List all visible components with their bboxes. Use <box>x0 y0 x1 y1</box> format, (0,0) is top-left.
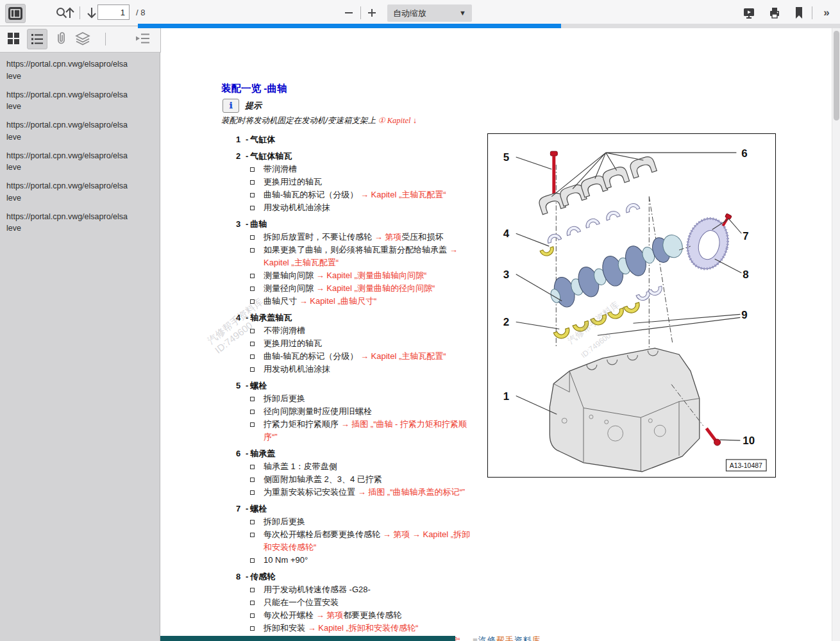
square-bullet-icon <box>250 274 255 278</box>
more-tools-button[interactable]: » <box>817 4 836 22</box>
page-title: 装配一览 -曲轴 <box>221 82 287 96</box>
presentation-icon <box>743 6 755 19</box>
note-chapter-link[interactable]: ① Kapitel ↓ <box>378 116 417 125</box>
outline-list: https://portal.cpn.vwg/elsapro/elsa leve… <box>0 58 160 235</box>
engine-block <box>550 348 699 472</box>
chevron-down-icon: ▼ <box>459 9 466 17</box>
legend-text: 每次松开螺栓 <box>264 610 316 620</box>
square-bullet-icon <box>250 299 255 304</box>
sidebar-toolbar <box>0 26 161 53</box>
legend-text: 测量轴向间隙 <box>264 271 316 280</box>
bookmark-button[interactable] <box>790 4 808 22</box>
page-number-input[interactable] <box>97 4 130 20</box>
layers-view-button[interactable] <box>73 29 92 48</box>
legend-text: 拆卸后更换 <box>264 394 305 403</box>
legend-item-header: 7-螺栓 <box>236 503 475 515</box>
previous-page-button[interactable] <box>60 4 80 22</box>
legend-sub-item: 曲轴-轴瓦的标记（分级） → Kapitel „主轴瓦配置“ <box>236 188 475 201</box>
svg-text:3: 3 <box>503 269 509 281</box>
upper-bearing-shells <box>540 202 640 258</box>
note-label: 提示 <box>245 100 262 112</box>
zoom-select-value: 自动缩放 <box>393 8 426 19</box>
legend-sub-item: 更换用过的轴瓦 <box>236 337 475 350</box>
toolbar-separator <box>812 6 812 19</box>
cross-reference-link[interactable]: → Kapitel „主轴瓦配置“ <box>360 190 446 199</box>
zoom-select-dropdown[interactable]: 自动缩放 ▼ <box>387 4 472 22</box>
legend-sub-item: 拆卸后更换 <box>236 392 475 405</box>
thumbnails-view-button[interactable] <box>4 29 23 48</box>
cross-reference-link[interactable]: → 第项 <box>374 232 402 242</box>
legend-text: 如果更换了曲轴，则必须将轴瓦重新分配给轴承盖 <box>264 245 449 254</box>
legend-sub-item: 拆卸后放置时，不要让传感轮 → 第项受压和损坏 <box>236 231 475 244</box>
svg-text:5: 5 <box>503 151 509 163</box>
zoom-in-button[interactable] <box>363 4 381 22</box>
square-bullet-icon <box>250 397 255 401</box>
legend-text: 10 Nm +90° <box>264 555 308 565</box>
legend-sub-item: 用发动机机油涂抹 <box>236 363 475 376</box>
sidebar-outline-panel: https://portal.cpn.vwg/elsapro/elsa leve… <box>0 52 160 641</box>
cross-reference-link[interactable]: → 第项 <box>316 610 344 620</box>
outline-item-link[interactable]: https://portal.cpn.vwg/elsapro/elsa leve <box>0 119 160 144</box>
legend-sub-item: 为重新安装标记安装位置 → 插图 „“曲轴轴承盖的标记“” <box>236 486 475 499</box>
sidebar-icon <box>8 7 22 20</box>
minus-icon <box>344 8 354 18</box>
legend-text: 为重新安装标记安装位置 <box>264 487 358 497</box>
legend-item-header: 5-螺栓 <box>236 379 475 392</box>
square-bullet-icon <box>250 248 255 253</box>
svg-text:8: 8 <box>743 269 748 281</box>
legend-sub-item: 曲轴尺寸 → Kapitel „曲轴尺寸“ <box>236 295 475 308</box>
print-button[interactable] <box>764 4 785 22</box>
scrollbar-thumb[interactable] <box>834 31 839 121</box>
cross-reference-link[interactable]: → Kapitel „主轴瓦配置“ <box>360 351 446 361</box>
square-bullet-icon <box>250 422 255 427</box>
legend-text: 都要更换传感轮 <box>343 610 401 620</box>
cross-reference-link[interactable]: → 插图 „“曲轴轴承盖的标记“” <box>358 487 466 497</box>
legend-sub-item: 只能在一个位置安装 <box>236 596 475 609</box>
cross-reference-link[interactable]: → Kapitel „测量曲轴的径向间隙“ <box>316 283 435 293</box>
legend-sub-item: 更换用过的轴瓦 <box>236 176 475 188</box>
note-text-body: 装配时将发动机固定在发动机/变速箱支架上 <box>221 116 378 125</box>
legend-sub-item: 侧面附加轴承盖 2、3、4 已拧紧 <box>236 473 475 486</box>
square-bullet-icon <box>250 520 255 524</box>
svg-text:7: 7 <box>743 230 748 242</box>
zoom-out-button[interactable] <box>340 4 358 22</box>
legend-sub-item: 轴承盖 1：皮带盘侧 <box>236 460 475 473</box>
sidebar-toggle-button[interactable] <box>5 4 26 23</box>
next-section-divider-bar <box>160 636 455 641</box>
legend-text: 侧面附加轴承盖 2、3、4 已拧紧 <box>264 474 382 484</box>
legend-text: 用发动机机油涂抹 <box>264 364 330 374</box>
paperclip-icon <box>55 31 67 46</box>
square-bullet-icon <box>250 490 255 495</box>
outline-item-link[interactable]: https://portal.cpn.vwg/elsapro/elsa leve <box>0 211 160 235</box>
legend-sub-item: 10 Nm +90° <box>236 554 475 567</box>
exploded-diagram-svg: 5 6 4 7 3 8 2 9 1 10 A13-10487 汽修帮手资料库 I… <box>488 134 775 476</box>
legend-sub-item: 带润滑槽 <box>236 163 475 176</box>
cross-reference-link[interactable]: → Kapitel „曲轴尺寸“ <box>299 296 377 306</box>
outline-item-link[interactable]: https://portal.cpn.vwg/elsapro/elsa leve <box>0 89 160 113</box>
legend-text: 拆卸后放置时，不要让传感轮 <box>264 232 374 242</box>
square-bullet-icon <box>250 410 255 414</box>
toolbar-separator <box>105 33 106 46</box>
attachments-view-button[interactable] <box>51 29 71 48</box>
outline-view-button[interactable] <box>27 29 47 49</box>
legend-text: 更换用过的轴瓦 <box>264 338 322 348</box>
outline-item-link[interactable]: https://portal.cpn.vwg/elsapro/elsa leve <box>0 150 160 174</box>
legend-item-header: 3-曲轴 <box>236 218 475 231</box>
outline-item-link[interactable]: https://portal.cpn.vwg/elsapro/elsa leve <box>0 180 160 204</box>
vertical-scrollbar[interactable] <box>832 28 840 641</box>
cross-reference-link[interactable]: → Kapitel „测量曲轴轴向间隙“ <box>316 271 427 280</box>
clipped-footer-text: ■汽修帮手资料库 <box>473 635 541 641</box>
current-outline-item-button[interactable] <box>133 29 153 48</box>
legend-text: 拆卸后更换 <box>264 517 305 526</box>
legend-sub-item: 测量轴向间隙 → Kapitel „测量曲轴轴向间隙“ <box>236 269 475 282</box>
legend-text: 带润滑槽 <box>264 164 297 174</box>
note-header: ℹ 提示 <box>223 99 262 113</box>
square-bullet-icon <box>250 354 255 359</box>
square-bullet-icon <box>250 342 255 346</box>
outline-item-link[interactable]: https://portal.cpn.vwg/elsapro/elsa leve <box>0 58 160 83</box>
square-bullet-icon <box>250 180 255 185</box>
cross-reference-link[interactable]: → Kapitel „拆卸和安装传感轮“ <box>308 623 419 633</box>
note-info-icon: ℹ <box>223 99 239 113</box>
presentation-mode-button[interactable] <box>739 4 759 22</box>
svg-text:2: 2 <box>503 316 509 328</box>
